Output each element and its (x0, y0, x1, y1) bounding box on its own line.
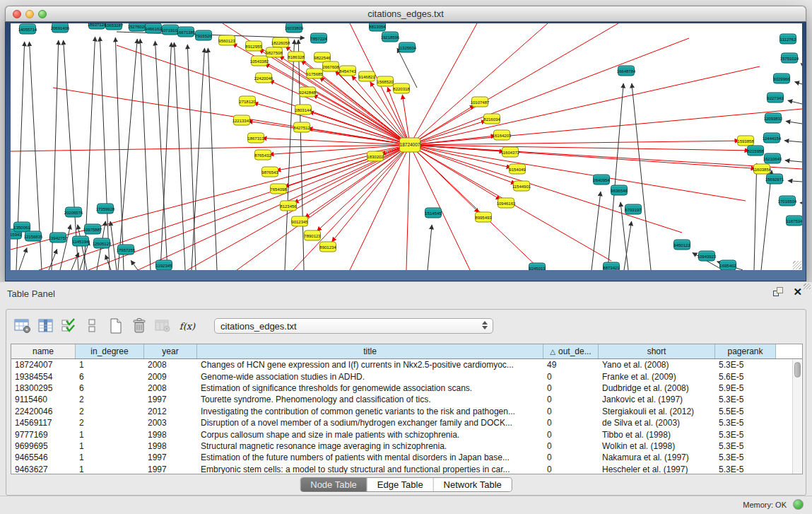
column-header-out_de[interactable]: △out_de... (543, 344, 599, 358)
citation-edge-black[interactable] (397, 48, 417, 88)
network-node[interactable]: 9329966 (773, 74, 790, 84)
citation-edge-red[interactable] (410, 145, 746, 201)
tab-network-table[interactable]: Network Table (434, 478, 512, 491)
network-node[interactable]: 17016504 (779, 196, 796, 206)
table-cell[interactable]: Stergiakouli et al. (2012) (599, 407, 715, 416)
float-panel-icon[interactable] (773, 287, 783, 296)
network-node[interactable]: 8215958 (747, 146, 764, 156)
network-node[interactable]: 22420046 (255, 73, 272, 83)
table-cell[interactable]: 2012 (144, 407, 197, 416)
table-row[interactable]: 1456911722003Disruption of a novel membe… (11, 417, 802, 428)
table-row[interactable]: 946362711997Embryonic stem cells: a mode… (11, 464, 802, 474)
network-node[interactable]: 1593858 (737, 136, 754, 146)
table-cell[interactable]: Dudbridge et al. (2008) (599, 383, 715, 393)
table-vertical-scrollbar[interactable] (792, 360, 801, 474)
citation-edge-black[interactable] (592, 192, 601, 270)
table-cell[interactable]: 0 (543, 418, 599, 428)
column-header-short[interactable]: short (599, 344, 715, 358)
network-node[interactable]: 7890123 (304, 230, 321, 241)
citation-edge-red[interactable] (410, 141, 739, 145)
table-cell[interactable]: 2009 (144, 372, 197, 382)
citation-edge-red[interactable] (410, 23, 618, 145)
citation-edge-red[interactable] (53, 88, 410, 145)
merge-rows-icon[interactable] (83, 317, 102, 335)
citation-edge-black[interactable] (60, 225, 71, 270)
row-selection-icon[interactable] (60, 317, 78, 335)
table-cell[interactable]: 5.3E-5 (715, 418, 776, 428)
table-cell[interactable]: 18724007 (11, 360, 76, 370)
table-cell[interactable]: 0 (543, 383, 599, 393)
table-cell[interactable]: Jankovic et al. (1997) (599, 395, 715, 404)
close-window-button[interactable] (13, 10, 21, 18)
citation-edge-black[interactable] (115, 37, 124, 270)
network-node[interactable]: 16164203 (493, 130, 510, 141)
citation-edge-red[interactable] (410, 145, 802, 169)
table-cell[interactable]: Changes of HCN gene expression and I(f) … (197, 360, 543, 370)
network-node[interactable]: 20691406 (52, 23, 69, 33)
column-header-in_degree[interactable]: in_degree (76, 344, 144, 358)
table-cell[interactable]: 1 (76, 360, 144, 370)
network-node[interactable]: 1695402 (719, 260, 736, 271)
table-cell[interactable]: Nakamura et al. (1997) (599, 452, 715, 462)
table-cell[interactable]: 0 (543, 465, 599, 474)
table-cell[interactable]: 2 (76, 395, 144, 404)
table-cell[interactable]: 2 (76, 418, 144, 428)
table-cell[interactable]: 1997 (144, 465, 197, 474)
network-node[interactable]: 9450122 (673, 240, 690, 250)
table-cell[interactable]: 5.3E-5 (715, 430, 776, 440)
table-row[interactable]: 946554611997Estimation of the future num… (11, 452, 802, 463)
network-node[interactable]: 9012345 (291, 216, 308, 227)
table-row[interactable]: 2242004622012Investigating the contribut… (11, 406, 802, 417)
network-node[interactable]: 12213343 (233, 115, 250, 126)
table-row[interactable]: 977716911998Corpus callosum shape and si… (11, 428, 802, 440)
table-cell[interactable]: 1 (76, 465, 144, 474)
citation-edge-red[interactable] (350, 145, 410, 270)
network-node[interactable]: 9827508 (266, 47, 283, 58)
citation-edge-black[interactable] (608, 83, 623, 270)
network-node[interactable]: 1112762 (779, 34, 796, 45)
network-node[interactable]: 16033809 (286, 23, 302, 33)
table-cell[interactable]: 5.6E-5 (715, 372, 776, 382)
citation-edge-black[interactable] (761, 170, 772, 270)
network-node[interactable]: 15751024 (781, 53, 798, 64)
network-node[interactable]: 10943923 (698, 251, 715, 262)
table-cell[interactable]: 2008 (144, 360, 197, 370)
column-header-year[interactable]: year (144, 344, 197, 358)
citation-edge-black[interactable] (100, 37, 110, 270)
citation-edge-red[interactable] (406, 145, 410, 270)
network-node[interactable]: 8813054 (369, 23, 386, 32)
table-cell[interactable]: 1998 (144, 441, 197, 451)
table-cell[interactable]: Tourette syndrome. Phenomenology and cla… (197, 395, 543, 404)
network-node[interactable]: 11603854 (753, 164, 770, 175)
citation-edge-black[interactable] (49, 249, 57, 270)
table-cell[interactable]: 5.3E-5 (715, 360, 776, 370)
network-node[interactable]: 14055714 (19, 24, 36, 35)
table-row[interactable]: 969969511998Structural magnetic resonanc… (11, 440, 802, 452)
table-cell[interactable]: 1 (76, 452, 144, 462)
network-node[interactable]: 8123456 (280, 201, 297, 211)
table-cell[interactable]: Wolkin et al. (1998) (599, 441, 715, 451)
table-cell[interactable]: 22420046 (11, 407, 76, 416)
citation-edge-black[interactable] (118, 39, 137, 270)
citation-edge-red[interactable] (187, 145, 410, 270)
network-node[interactable]: 8454743 (339, 66, 356, 76)
table-cell[interactable]: 5.5E-5 (715, 407, 776, 416)
network-node[interactable]: 8216034 (483, 114, 500, 124)
table-cell[interactable]: 2008 (144, 383, 197, 393)
network-node[interactable]: 9245013 (529, 263, 546, 271)
new-column-icon[interactable] (107, 317, 125, 335)
table-cell[interactable]: 14569117 (11, 418, 76, 428)
network-node[interactable]: 1145194 (72, 236, 89, 247)
table-cell[interactable]: Estimation of significance thresholds fo… (197, 383, 543, 393)
table-settings-icon[interactable] (13, 317, 32, 335)
table-row[interactable]: 1830029562008Estimation of significance … (11, 382, 802, 394)
network-node[interactable]: 1867313 (247, 133, 264, 144)
network-node[interactable]: 15692971 (766, 174, 783, 185)
table-source-select[interactable]: citations_edges.txt (214, 318, 493, 334)
network-node[interactable]: 9154049 (509, 164, 526, 175)
table-cell[interactable]: 1998 (144, 430, 197, 440)
network-node[interactable]: 8912955 (245, 41, 262, 52)
table-cell[interactable]: 0 (543, 430, 599, 440)
network-node[interactable]: 10946163 (498, 198, 514, 209)
citation-edge-black[interactable] (131, 260, 138, 270)
